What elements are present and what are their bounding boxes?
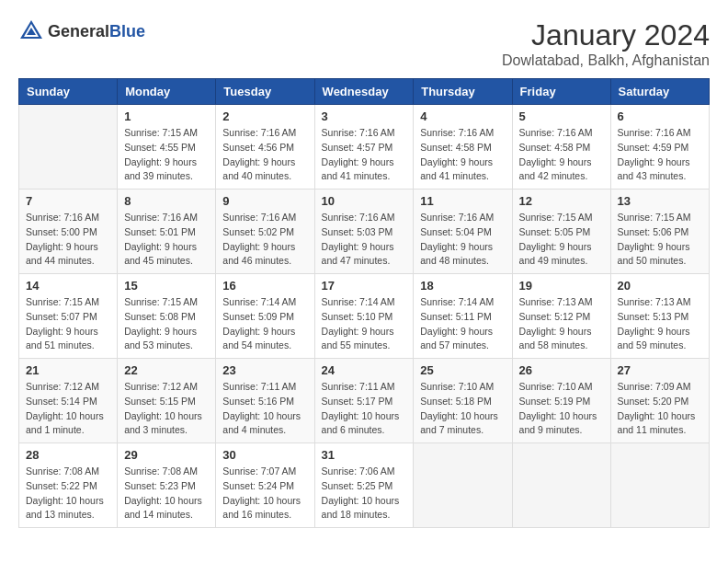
day-info: Sunrise: 7:16 AMSunset: 4:57 PMDaylight:… xyxy=(322,126,407,184)
calendar-cell: 9Sunrise: 7:16 AMSunset: 5:02 PMDaylight… xyxy=(216,190,314,274)
calendar-cell: 14Sunrise: 7:15 AMSunset: 5:07 PMDayligh… xyxy=(19,274,118,359)
day-info: Sunrise: 7:16 AMSunset: 5:02 PMDaylight:… xyxy=(222,211,307,269)
day-info: Sunrise: 7:15 AMSunset: 4:55 PMDaylight:… xyxy=(124,126,209,184)
day-number: 14 xyxy=(26,279,110,293)
calendar-cell xyxy=(512,443,610,528)
day-info: Sunrise: 7:16 AMSunset: 5:04 PMDaylight:… xyxy=(420,211,505,269)
day-info: Sunrise: 7:16 AMSunset: 5:00 PMDaylight:… xyxy=(26,211,110,269)
logo-text: GeneralBlue xyxy=(48,22,145,41)
day-number: 30 xyxy=(222,448,307,462)
calendar-cell: 19Sunrise: 7:13 AMSunset: 5:12 PMDayligh… xyxy=(512,274,610,359)
calendar-cell: 25Sunrise: 7:10 AMSunset: 5:18 PMDayligh… xyxy=(414,359,512,443)
day-number: 8 xyxy=(124,194,209,208)
page-header: GeneralBlue January 2024 Dowlatabad, Bal… xyxy=(18,18,710,69)
day-info: Sunrise: 7:08 AMSunset: 5:23 PMDaylight:… xyxy=(124,465,209,523)
calendar-week-2: 7Sunrise: 7:16 AMSunset: 5:00 PMDaylight… xyxy=(19,190,710,274)
day-number: 13 xyxy=(618,194,702,208)
day-info: Sunrise: 7:08 AMSunset: 5:22 PMDaylight:… xyxy=(26,465,110,523)
logo: GeneralBlue xyxy=(18,18,145,44)
day-info: Sunrise: 7:13 AMSunset: 5:13 PMDaylight:… xyxy=(618,295,702,353)
day-info: Sunrise: 7:13 AMSunset: 5:12 PMDaylight:… xyxy=(519,295,604,353)
logo-blue: Blue xyxy=(109,22,145,40)
weekday-tuesday: Tuesday xyxy=(216,79,314,105)
day-info: Sunrise: 7:15 AMSunset: 5:08 PMDaylight:… xyxy=(124,295,209,353)
day-info: Sunrise: 7:15 AMSunset: 5:05 PMDaylight:… xyxy=(519,211,604,269)
day-number: 16 xyxy=(222,279,307,293)
calendar-cell xyxy=(610,443,709,528)
day-info: Sunrise: 7:14 AMSunset: 5:10 PMDaylight:… xyxy=(322,295,407,353)
day-number: 20 xyxy=(618,279,702,293)
day-number: 3 xyxy=(322,109,407,123)
day-info: Sunrise: 7:16 AMSunset: 5:01 PMDaylight:… xyxy=(124,211,209,269)
day-number: 26 xyxy=(519,363,604,377)
day-number: 6 xyxy=(618,109,702,123)
day-number: 7 xyxy=(26,194,110,208)
day-info: Sunrise: 7:16 AMSunset: 4:59 PMDaylight:… xyxy=(618,126,702,184)
weekday-friday: Friday xyxy=(512,79,610,105)
day-info: Sunrise: 7:06 AMSunset: 5:25 PMDaylight:… xyxy=(322,465,407,523)
day-number: 15 xyxy=(124,279,209,293)
calendar-cell: 22Sunrise: 7:12 AMSunset: 5:15 PMDayligh… xyxy=(118,359,216,443)
day-number: 4 xyxy=(420,109,505,123)
calendar-cell: 30Sunrise: 7:07 AMSunset: 5:24 PMDayligh… xyxy=(216,443,314,528)
calendar-cell: 17Sunrise: 7:14 AMSunset: 5:10 PMDayligh… xyxy=(314,274,414,359)
day-info: Sunrise: 7:16 AMSunset: 4:56 PMDaylight:… xyxy=(222,126,307,184)
weekday-wednesday: Wednesday xyxy=(314,79,414,105)
logo-general: General xyxy=(48,22,109,40)
calendar-cell: 12Sunrise: 7:15 AMSunset: 5:05 PMDayligh… xyxy=(512,190,610,274)
day-number: 18 xyxy=(420,279,505,293)
calendar-body: 1Sunrise: 7:15 AMSunset: 4:55 PMDaylight… xyxy=(19,105,710,528)
day-number: 28 xyxy=(26,448,110,462)
calendar-cell: 20Sunrise: 7:13 AMSunset: 5:13 PMDayligh… xyxy=(610,274,709,359)
day-info: Sunrise: 7:16 AMSunset: 5:03 PMDaylight:… xyxy=(322,211,407,269)
calendar-cell: 28Sunrise: 7:08 AMSunset: 5:22 PMDayligh… xyxy=(19,443,118,528)
calendar-cell: 21Sunrise: 7:12 AMSunset: 5:14 PMDayligh… xyxy=(19,359,118,443)
calendar-cell: 8Sunrise: 7:16 AMSunset: 5:01 PMDaylight… xyxy=(118,190,216,274)
weekday-saturday: Saturday xyxy=(610,79,709,105)
day-info: Sunrise: 7:16 AMSunset: 4:58 PMDaylight:… xyxy=(420,126,505,184)
calendar-cell: 10Sunrise: 7:16 AMSunset: 5:03 PMDayligh… xyxy=(314,190,414,274)
month-year-title: January 2024 xyxy=(502,18,710,52)
day-info: Sunrise: 7:10 AMSunset: 5:19 PMDaylight:… xyxy=(519,380,604,438)
weekday-monday: Monday xyxy=(118,79,216,105)
day-info: Sunrise: 7:15 AMSunset: 5:07 PMDaylight:… xyxy=(26,295,110,353)
day-number: 5 xyxy=(519,109,604,123)
calendar-week-4: 21Sunrise: 7:12 AMSunset: 5:14 PMDayligh… xyxy=(19,359,710,443)
logo-icon xyxy=(18,18,44,44)
weekday-thursday: Thursday xyxy=(414,79,512,105)
calendar-cell: 13Sunrise: 7:15 AMSunset: 5:06 PMDayligh… xyxy=(610,190,709,274)
calendar-week-5: 28Sunrise: 7:08 AMSunset: 5:22 PMDayligh… xyxy=(19,443,710,528)
location-subtitle: Dowlatabad, Balkh, Afghanistan xyxy=(502,52,710,69)
day-number: 22 xyxy=(124,363,209,377)
day-number: 24 xyxy=(322,363,407,377)
calendar-cell: 18Sunrise: 7:14 AMSunset: 5:11 PMDayligh… xyxy=(414,274,512,359)
day-info: Sunrise: 7:14 AMSunset: 5:11 PMDaylight:… xyxy=(420,295,505,353)
day-number: 27 xyxy=(618,363,702,377)
calendar-cell: 26Sunrise: 7:10 AMSunset: 5:19 PMDayligh… xyxy=(512,359,610,443)
calendar-week-1: 1Sunrise: 7:15 AMSunset: 4:55 PMDaylight… xyxy=(19,105,710,190)
day-number: 9 xyxy=(222,194,307,208)
calendar-cell: 5Sunrise: 7:16 AMSunset: 4:58 PMDaylight… xyxy=(512,105,610,190)
day-info: Sunrise: 7:11 AMSunset: 5:16 PMDaylight:… xyxy=(222,380,307,438)
calendar-cell: 15Sunrise: 7:15 AMSunset: 5:08 PMDayligh… xyxy=(118,274,216,359)
calendar-cell: 4Sunrise: 7:16 AMSunset: 4:58 PMDaylight… xyxy=(414,105,512,190)
calendar-cell: 27Sunrise: 7:09 AMSunset: 5:20 PMDayligh… xyxy=(610,359,709,443)
day-info: Sunrise: 7:12 AMSunset: 5:15 PMDaylight:… xyxy=(124,380,209,438)
day-number: 12 xyxy=(519,194,604,208)
day-number: 2 xyxy=(222,109,307,123)
title-block: January 2024 Dowlatabad, Balkh, Afghanis… xyxy=(502,18,710,69)
day-info: Sunrise: 7:11 AMSunset: 5:17 PMDaylight:… xyxy=(322,380,407,438)
day-info: Sunrise: 7:15 AMSunset: 5:06 PMDaylight:… xyxy=(618,211,702,269)
day-number: 21 xyxy=(26,363,110,377)
weekday-header-row: SundayMondayTuesdayWednesdayThursdayFrid… xyxy=(19,79,710,105)
calendar-cell: 1Sunrise: 7:15 AMSunset: 4:55 PMDaylight… xyxy=(118,105,216,190)
weekday-sunday: Sunday xyxy=(19,79,118,105)
calendar-cell: 11Sunrise: 7:16 AMSunset: 5:04 PMDayligh… xyxy=(414,190,512,274)
calendar-week-3: 14Sunrise: 7:15 AMSunset: 5:07 PMDayligh… xyxy=(19,274,710,359)
calendar-cell: 2Sunrise: 7:16 AMSunset: 4:56 PMDaylight… xyxy=(216,105,314,190)
day-number: 17 xyxy=(322,279,407,293)
calendar-cell xyxy=(19,105,118,190)
calendar-cell xyxy=(414,443,512,528)
calendar-cell: 6Sunrise: 7:16 AMSunset: 4:59 PMDaylight… xyxy=(610,105,709,190)
calendar-cell: 23Sunrise: 7:11 AMSunset: 5:16 PMDayligh… xyxy=(216,359,314,443)
